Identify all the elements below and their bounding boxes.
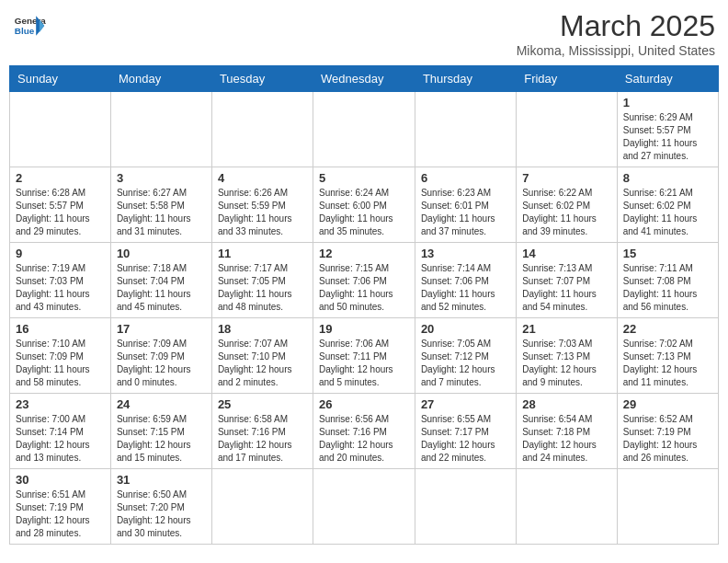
day-number: 5 bbox=[319, 171, 409, 185]
day-info: Sunrise: 6:50 AM Sunset: 7:20 PM Dayligh… bbox=[117, 488, 206, 540]
day-info: Sunrise: 6:56 AM Sunset: 7:16 PM Dayligh… bbox=[319, 413, 409, 465]
calendar-cell bbox=[211, 92, 313, 167]
calendar-cell: 16Sunrise: 7:10 AM Sunset: 7:09 PM Dayli… bbox=[10, 318, 111, 394]
calendar-cell: 30Sunrise: 6:51 AM Sunset: 7:19 PM Dayli… bbox=[10, 469, 111, 545]
day-info: Sunrise: 6:51 AM Sunset: 7:19 PM Dayligh… bbox=[16, 488, 105, 540]
calendar-cell: 10Sunrise: 7:18 AM Sunset: 7:04 PM Dayli… bbox=[110, 243, 211, 318]
day-info: Sunrise: 6:23 AM Sunset: 6:01 PM Dayligh… bbox=[421, 187, 510, 238]
day-info: Sunrise: 7:17 AM Sunset: 7:05 PM Dayligh… bbox=[218, 262, 307, 314]
day-info: Sunrise: 7:15 AM Sunset: 7:06 PM Dayligh… bbox=[319, 262, 409, 314]
day-number: 15 bbox=[623, 247, 712, 260]
weekday-header-thursday: Thursday bbox=[415, 66, 516, 92]
day-info: Sunrise: 6:55 AM Sunset: 7:17 PM Dayligh… bbox=[421, 413, 510, 465]
calendar-cell bbox=[415, 92, 516, 167]
day-number: 30 bbox=[16, 473, 105, 487]
calendar-cell: 8Sunrise: 6:21 AM Sunset: 6:02 PM Daylig… bbox=[617, 167, 718, 243]
logo-icon: General Blue bbox=[13, 9, 46, 42]
day-number: 19 bbox=[319, 322, 409, 336]
calendar-week-4: 16Sunrise: 7:10 AM Sunset: 7:09 PM Dayli… bbox=[10, 318, 719, 394]
day-info: Sunrise: 7:14 AM Sunset: 7:06 PM Dayligh… bbox=[421, 262, 510, 314]
weekday-header-wednesday: Wednesday bbox=[313, 66, 415, 92]
day-number: 26 bbox=[319, 397, 409, 411]
calendar-cell bbox=[211, 469, 313, 545]
page-header: General Blue March 2025 Mikoma, Mississi… bbox=[9, 9, 719, 58]
calendar-cell bbox=[415, 469, 516, 545]
calendar-cell bbox=[313, 92, 415, 167]
day-number: 2 bbox=[16, 171, 105, 185]
day-number: 11 bbox=[218, 247, 307, 260]
calendar-cell bbox=[313, 469, 415, 545]
day-number: 24 bbox=[117, 397, 206, 411]
calendar-cell: 17Sunrise: 7:09 AM Sunset: 7:09 PM Dayli… bbox=[110, 318, 211, 394]
location: Mikoma, Mississippi, United States bbox=[517, 43, 715, 58]
day-number: 1 bbox=[623, 96, 712, 109]
day-info: Sunrise: 6:54 AM Sunset: 7:18 PM Dayligh… bbox=[522, 413, 611, 465]
day-info: Sunrise: 6:59 AM Sunset: 7:15 PM Dayligh… bbox=[117, 413, 206, 465]
calendar-cell: 12Sunrise: 7:15 AM Sunset: 7:06 PM Dayli… bbox=[313, 243, 415, 318]
calendar-cell: 20Sunrise: 7:05 AM Sunset: 7:12 PM Dayli… bbox=[415, 318, 516, 394]
calendar-cell bbox=[617, 469, 718, 545]
title-block: March 2025 Mikoma, Mississippi, United S… bbox=[517, 9, 715, 58]
day-info: Sunrise: 7:02 AM Sunset: 7:13 PM Dayligh… bbox=[623, 338, 712, 389]
calendar-cell: 6Sunrise: 6:23 AM Sunset: 6:01 PM Daylig… bbox=[415, 167, 516, 243]
day-number: 7 bbox=[522, 171, 611, 185]
day-info: Sunrise: 6:29 AM Sunset: 5:57 PM Dayligh… bbox=[623, 111, 712, 163]
calendar-cell: 9Sunrise: 7:19 AM Sunset: 7:03 PM Daylig… bbox=[10, 243, 111, 318]
weekday-header-monday: Monday bbox=[110, 66, 211, 92]
day-number: 12 bbox=[319, 247, 409, 260]
day-info: Sunrise: 6:28 AM Sunset: 5:57 PM Dayligh… bbox=[16, 187, 105, 238]
calendar-cell: 3Sunrise: 6:27 AM Sunset: 5:58 PM Daylig… bbox=[110, 167, 211, 243]
day-info: Sunrise: 6:27 AM Sunset: 5:58 PM Dayligh… bbox=[117, 187, 206, 238]
day-info: Sunrise: 6:52 AM Sunset: 7:19 PM Dayligh… bbox=[623, 413, 712, 465]
calendar-cell: 7Sunrise: 6:22 AM Sunset: 6:02 PM Daylig… bbox=[517, 167, 618, 243]
day-number: 8 bbox=[623, 171, 712, 185]
logo: General Blue bbox=[13, 9, 46, 42]
calendar-cell bbox=[517, 469, 618, 545]
calendar-cell: 11Sunrise: 7:17 AM Sunset: 7:05 PM Dayli… bbox=[211, 243, 313, 318]
calendar-cell: 21Sunrise: 7:03 AM Sunset: 7:13 PM Dayli… bbox=[517, 318, 618, 394]
calendar-cell: 15Sunrise: 7:11 AM Sunset: 7:08 PM Dayli… bbox=[617, 243, 718, 318]
calendar-cell: 13Sunrise: 7:14 AM Sunset: 7:06 PM Dayli… bbox=[415, 243, 516, 318]
day-info: Sunrise: 7:05 AM Sunset: 7:12 PM Dayligh… bbox=[421, 338, 510, 389]
weekday-header-sunday: Sunday bbox=[10, 66, 111, 92]
day-info: Sunrise: 7:11 AM Sunset: 7:08 PM Dayligh… bbox=[623, 262, 712, 314]
calendar-cell: 28Sunrise: 6:54 AM Sunset: 7:18 PM Dayli… bbox=[517, 394, 618, 469]
svg-text:Blue: Blue bbox=[15, 26, 35, 36]
calendar-cell: 23Sunrise: 7:00 AM Sunset: 7:14 PM Dayli… bbox=[10, 394, 111, 469]
calendar-cell: 29Sunrise: 6:52 AM Sunset: 7:19 PM Dayli… bbox=[617, 394, 718, 469]
calendar-cell: 27Sunrise: 6:55 AM Sunset: 7:17 PM Dayli… bbox=[415, 394, 516, 469]
calendar-cell: 31Sunrise: 6:50 AM Sunset: 7:20 PM Dayli… bbox=[110, 469, 211, 545]
calendar-week-1: 1Sunrise: 6:29 AM Sunset: 5:57 PM Daylig… bbox=[10, 92, 719, 167]
day-number: 3 bbox=[117, 171, 206, 185]
weekday-header-tuesday: Tuesday bbox=[211, 66, 313, 92]
day-number: 23 bbox=[16, 397, 105, 411]
day-number: 28 bbox=[522, 397, 611, 411]
calendar-cell: 25Sunrise: 6:58 AM Sunset: 7:16 PM Dayli… bbox=[211, 394, 313, 469]
day-number: 10 bbox=[117, 247, 206, 260]
day-number: 6 bbox=[421, 171, 510, 185]
day-number: 29 bbox=[623, 397, 712, 411]
day-info: Sunrise: 7:13 AM Sunset: 7:07 PM Dayligh… bbox=[522, 262, 611, 314]
calendar-week-5: 23Sunrise: 7:00 AM Sunset: 7:14 PM Dayli… bbox=[10, 394, 719, 469]
day-info: Sunrise: 7:19 AM Sunset: 7:03 PM Dayligh… bbox=[16, 262, 105, 314]
calendar-cell bbox=[10, 92, 111, 167]
day-number: 27 bbox=[421, 397, 510, 411]
day-number: 18 bbox=[218, 322, 307, 336]
day-number: 31 bbox=[117, 473, 206, 487]
day-number: 16 bbox=[16, 322, 105, 336]
calendar-table: SundayMondayTuesdayWednesdayThursdayFrid… bbox=[9, 65, 719, 545]
day-info: Sunrise: 6:22 AM Sunset: 6:02 PM Dayligh… bbox=[522, 187, 611, 238]
day-info: Sunrise: 6:26 AM Sunset: 5:59 PM Dayligh… bbox=[218, 187, 307, 238]
weekday-header-friday: Friday bbox=[517, 66, 618, 92]
day-number: 21 bbox=[522, 322, 611, 336]
calendar-cell: 5Sunrise: 6:24 AM Sunset: 6:00 PM Daylig… bbox=[313, 167, 415, 243]
day-info: Sunrise: 7:18 AM Sunset: 7:04 PM Dayligh… bbox=[117, 262, 206, 314]
calendar-cell: 18Sunrise: 7:07 AM Sunset: 7:10 PM Dayli… bbox=[211, 318, 313, 394]
calendar-week-6: 30Sunrise: 6:51 AM Sunset: 7:19 PM Dayli… bbox=[10, 469, 719, 545]
calendar-cell: 26Sunrise: 6:56 AM Sunset: 7:16 PM Dayli… bbox=[313, 394, 415, 469]
day-number: 20 bbox=[421, 322, 510, 336]
day-info: Sunrise: 7:06 AM Sunset: 7:11 PM Dayligh… bbox=[319, 338, 409, 389]
month-title: March 2025 bbox=[517, 9, 715, 43]
day-number: 17 bbox=[117, 322, 206, 336]
calendar-cell: 4Sunrise: 6:26 AM Sunset: 5:59 PM Daylig… bbox=[211, 167, 313, 243]
